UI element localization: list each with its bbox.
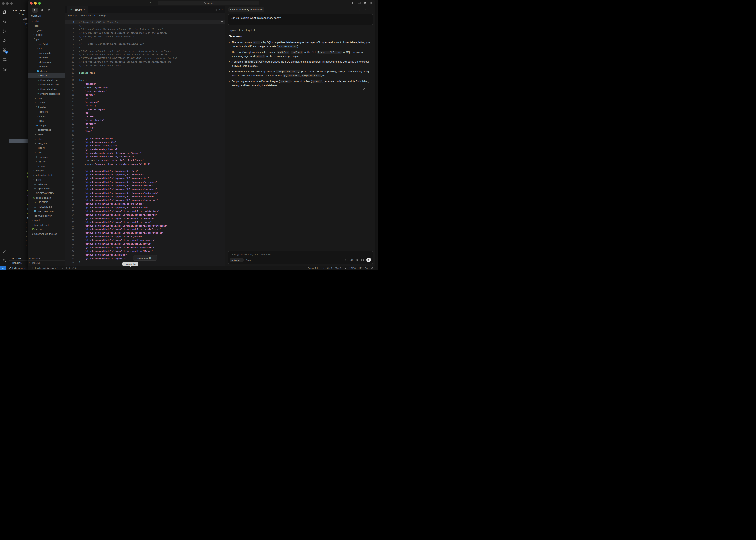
tree-item-test-dolt-test[interactable]: ›test_dolt_test (28, 222, 65, 227)
activity-account[interactable] (0, 246, 9, 256)
breadcrumb-item[interactable]: dolt (88, 14, 91, 17)
history-nav[interactable]: ‹ › (146, 1, 153, 4)
tree-item-doltversion[interactable]: ›doltversion (28, 60, 65, 64)
breadcrumb-item[interactable]: go (75, 14, 77, 17)
explored-status[interactable]: Explored 1 directory 2 files (229, 29, 257, 32)
tree-item-serial[interactable]: ›serial (28, 132, 65, 137)
tree-item-mydb[interactable]: ›mydb (28, 218, 65, 222)
activity-extensions[interactable]: 1 (0, 46, 9, 55)
file-link[interactable]: dolt/README.md (277, 45, 297, 48)
more-icon[interactable]: ··· (369, 8, 373, 12)
tree-item-fileno-check.go[interactable]: GOfileno_check.go (28, 87, 65, 91)
image-icon[interactable] (361, 258, 364, 261)
tree-item-.gitignore[interactable]: .gitignore (28, 182, 65, 187)
tree-item-docker[interactable]: ›docker (28, 33, 65, 37)
tree-item-integration-tests[interactable]: ›integration-tests (28, 173, 65, 177)
status-item[interactable]: Tab Size: 4 (335, 267, 346, 269)
tab-close-icon[interactable]: × (84, 8, 85, 11)
bell-icon[interactable] (371, 267, 373, 269)
tree-item-doc.go[interactable]: GOdoc.go (28, 69, 65, 73)
tree-item-go-mysql-server[interactable]: ›go-mysql-server (28, 213, 65, 218)
traffic-light-close-inactive[interactable] (2, 2, 5, 5)
branch-status[interactable]: tim/cherrypick-eof-tests*+ (32, 267, 59, 270)
scrollbar-thumb[interactable] (221, 21, 223, 22)
tree-item-.gitignore[interactable]: .gitignore (28, 155, 65, 159)
outline-section[interactable]: ›OUTLINE (28, 256, 65, 260)
tree-item-doltcmd[interactable]: ›doltcmd (28, 55, 65, 60)
breadcrumb-item[interactable]: dolt (68, 14, 72, 17)
tree-item-test-final[interactable]: ›test_final (28, 141, 65, 146)
tree-item-readme.md[interactable]: README.md (28, 204, 65, 209)
activity-source-control[interactable] (0, 26, 9, 36)
tab-dolt-go[interactable]: GO dolt.go × (67, 6, 88, 13)
traffic-light-minimize[interactable] (34, 2, 37, 5)
tree-item-cmd-dolt[interactable]: ›cmd / dolt (28, 42, 65, 46)
breadcrumb[interactable]: dolt›go›cmd›dolt›GOdolt.go (68, 13, 106, 18)
problems-status[interactable]: 0 0 (66, 267, 76, 270)
tree-item-libraries[interactable]: ›libraries (28, 105, 65, 109)
tree-item-images[interactable]: ›images (28, 168, 65, 173)
copy-file-icon[interactable] (32, 8, 38, 13)
tree-item-gen[interactable]: ›gen (28, 96, 65, 100)
back-branch-status[interactable]: tim/blog/agent (8, 267, 26, 270)
command-center-search[interactable]: cursor (158, 1, 260, 5)
more-icon[interactable]: ··· (219, 8, 223, 12)
tree-item-fileno-check-linu...[interactable]: GOfileno_check_linu... (28, 82, 65, 87)
tree-item-.gitmodules[interactable]: .gitmodules (28, 187, 65, 191)
tree-item-store[interactable]: ›store (28, 137, 65, 141)
panel-left-icon[interactable] (352, 1, 355, 5)
timeline-section[interactable]: ›TIMELINE (28, 260, 65, 265)
remote-indicator[interactable]: >< (0, 266, 7, 270)
tree-item-go.sum[interactable]: ≡go.sum (28, 164, 65, 168)
gear-icon[interactable] (370, 1, 373, 5)
chat-input-box[interactable]: Plan, @ for context, / for commands ∞ Ag… (228, 251, 373, 264)
tree-item-commands[interactable]: ›commands (28, 51, 65, 55)
tree-item-godeps[interactable]: ›Godeps (28, 100, 65, 105)
tree-item-sqlserver-go-test.log[interactable]: ≡sqlserver_go_test.log (28, 232, 65, 236)
traffic-light-minimize-inactive[interactable] (6, 2, 9, 5)
activity-run-debug[interactable] (0, 36, 9, 46)
traffic-light-zoom-inactive[interactable] (10, 2, 13, 5)
tree-item-go[interactable]: ›go (28, 37, 65, 42)
tree-item-.github[interactable]: ›.github (28, 28, 65, 33)
chat-tab-title[interactable]: Explain repository functionality (228, 7, 265, 12)
tree-item-doc.go[interactable]: GOdoc.go (28, 123, 65, 128)
user-message[interactable]: Can you explain what this repository doe… (228, 14, 373, 25)
tree-item-errhand[interactable]: ›errhand (28, 64, 65, 69)
source-control-icon[interactable] (46, 8, 52, 13)
copy-icon[interactable] (363, 87, 366, 91)
split-icon[interactable] (214, 8, 217, 12)
tree-item-dolt.plugin.zsh[interactable]: $dolt.plugin.zsh (28, 196, 65, 200)
code-editor[interactable]: 1// Copyright 2019 Dolthub, Inc.2//3// L… (65, 20, 225, 264)
sync-icon[interactable] (61, 267, 64, 270)
tree-item-events[interactable]: ›events (28, 114, 65, 118)
review-next-file-button[interactable]: Review next file› (133, 255, 157, 261)
status-item[interactable]: UTF-8 (349, 267, 356, 269)
status-item[interactable]: Cursor Tab (308, 267, 318, 269)
tree-item-performance[interactable]: ›performance (28, 128, 65, 132)
mic-icon[interactable] (367, 258, 371, 262)
activity-package-box[interactable] (0, 65, 9, 74)
back-timeline-section[interactable]: ›TIMELINE (9, 260, 28, 265)
status-item[interactable]: Ln 1, Col 1 (322, 267, 332, 269)
search-icon[interactable] (39, 8, 45, 13)
tree-item-utils[interactable]: ›utils (28, 150, 65, 155)
tree-item-cli[interactable]: ›cli (28, 46, 65, 51)
cube-icon[interactable] (364, 1, 367, 5)
breadcrumb-file[interactable]: dolt.go (99, 14, 106, 17)
status-item[interactable]: LF (359, 267, 362, 269)
activity-files[interactable] (0, 7, 9, 17)
tree-item-doltcore[interactable]: ›doltcore (28, 109, 65, 114)
plus-icon[interactable] (358, 8, 361, 12)
workspace-root-cursor[interactable]: ›CURSOR (30, 15, 41, 17)
breadcrumb-item[interactable]: cmd (80, 14, 85, 17)
clock-icon[interactable] (364, 8, 367, 12)
model-selector[interactable]: Auto▾ (246, 259, 253, 261)
globe-icon[interactable] (356, 258, 359, 261)
more-icon[interactable]: ··· (368, 87, 372, 91)
traffic-light-zoom[interactable] (38, 2, 41, 5)
tree-item-security.md[interactable]: SECURITY.md (28, 209, 65, 213)
tree-item-dolt.go[interactable]: GOdolt.go (28, 73, 65, 78)
tree-item-utils[interactable]: ›utils (28, 119, 65, 123)
tree-item-system-checks.go[interactable]: GOsystem_checks.go (28, 91, 65, 96)
